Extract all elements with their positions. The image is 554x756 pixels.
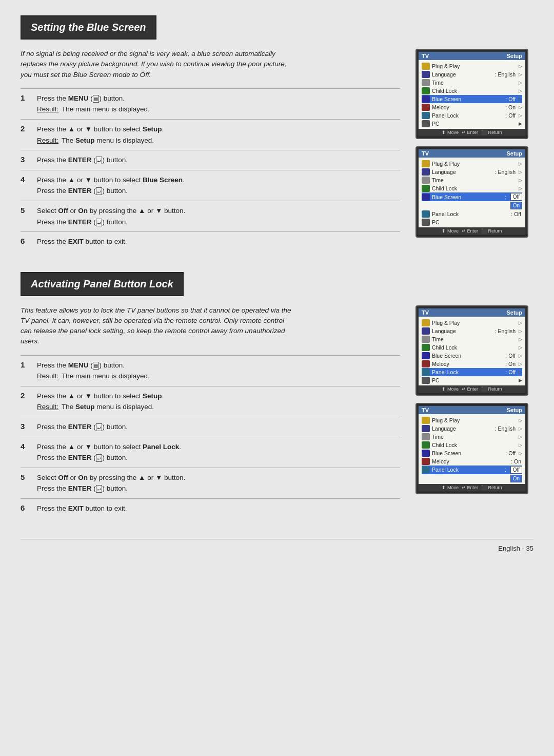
plug-icon <box>422 63 430 70</box>
tv-body-3: Plug & Play ▷ Language : English ▷ Time <box>419 317 525 385</box>
result-text: The main menu is displayed. <box>62 104 150 115</box>
tv-footer-3: ⬆ Move ↵ Enter ⬛ Return <box>419 385 525 393</box>
step-content: Select Off or On by pressing the ▲ or ▼ … <box>37 472 400 494</box>
child-icon4 <box>422 441 430 449</box>
step-number: 2 <box>21 391 30 400</box>
step-number: 4 <box>21 175 30 184</box>
tv-row3-pc: PC ▶ <box>422 376 522 384</box>
result-label: Result: <box>37 104 58 115</box>
tv-screen-1: TV Setup Plug & Play ▷ Language : Englis… <box>416 49 528 139</box>
melody-icon4 <box>422 458 430 465</box>
tv-row2-blue: Blue Screen : Off <box>422 192 522 201</box>
step-number: 1 <box>21 360 30 369</box>
step-number: 3 <box>21 154 30 164</box>
tv-inner-3: TV Setup Plug & Play ▷ Language : Englis… <box>418 308 526 393</box>
footer-return3: ⬛ Return <box>481 386 502 392</box>
section-panel-lock: Activating Panel Button Lock This featur… <box>21 272 533 518</box>
step-number: 6 <box>21 503 30 512</box>
melody-icon3 <box>422 360 430 367</box>
tv-screen-3: TV Setup Plug & Play ▷ Language : Englis… <box>416 305 528 396</box>
footer-move: ⬆ Move <box>442 130 459 135</box>
panel-icon <box>422 112 430 119</box>
tv-row2-melody-option: On <box>422 201 522 210</box>
page-number: English - 35 <box>498 545 533 552</box>
result-text: The Setup menu is displayed. <box>62 135 154 146</box>
melody-icon <box>422 104 430 111</box>
tv-row3-lang: Language : English ▷ <box>422 327 522 335</box>
tv-row-lang: Language : English ▷ <box>422 70 522 79</box>
plug-icon2 <box>422 160 430 167</box>
blue-icon4 <box>422 450 430 457</box>
footer-return2: ⬛ Return <box>481 228 502 234</box>
section2-content: This feature allows you to lock the TV p… <box>21 305 533 518</box>
tv-header-left: TV <box>422 53 429 59</box>
tv-body-4: Plug & Play ▷ Language : English ▷ Time <box>419 414 525 484</box>
step-2-5: 5 Select Off or On by pressing the ▲ or … <box>21 468 400 498</box>
section1-title: Setting the Blue Screen <box>21 15 156 40</box>
panel-icon2 <box>422 210 430 218</box>
time-icon4 <box>422 433 430 440</box>
tv-row4-lang: Language : English ▷ <box>422 424 522 433</box>
step-number: 1 <box>21 93 30 102</box>
section1-content: If no signal is being received or the si… <box>21 49 533 251</box>
tv-body-1: Plug & Play ▷ Language : English ▷ Time <box>419 60 525 129</box>
result-text: The Setup menu is displayed. <box>62 401 154 413</box>
tv-header-left3: TV <box>422 309 429 316</box>
tv-row-child: Child Lock ▷ <box>422 87 522 95</box>
child-icon <box>422 87 430 94</box>
panel-icon4 <box>422 466 430 473</box>
tv-row-melody: Melody : On ▷ <box>422 103 522 111</box>
pc-icon2 <box>422 219 430 226</box>
option-on: On <box>510 202 522 209</box>
step-content: Press the EXIT button to exit. <box>37 236 400 247</box>
step-number: 2 <box>21 124 30 133</box>
tv-row-panel: Panel Lock : Off ▷ <box>422 111 522 120</box>
blue-icon3 <box>422 352 430 359</box>
step-2-4: 4 Press the ▲ or ▼ button to select Pane… <box>21 437 400 468</box>
section2-steps: This feature allows you to lock the TV p… <box>21 305 400 518</box>
tv-footer-4: ⬆ Move ↵ Enter ⬛ Return <box>419 484 525 491</box>
tv-inner-2: TV Setup Plug & Play ▷ Language : Englis… <box>418 149 526 235</box>
tv-header-right3: Setup <box>506 309 522 316</box>
tv-row-blue: Blue Screen : Off ▷ <box>422 95 522 103</box>
result-label: Result: <box>37 135 58 146</box>
child-icon2 <box>422 185 430 192</box>
step-1-5: 5 Select Off or On by pressing the ▲ or … <box>21 201 400 231</box>
tv-row3-melody: Melody : On ▷ <box>422 360 522 368</box>
plug-icon3 <box>422 319 430 326</box>
footer-enter: ↵ Enter <box>462 130 478 135</box>
section2-title: Activating Panel Button Lock <box>21 272 184 296</box>
step-content: Select Off or On by pressing the ▲ or ▼ … <box>37 205 400 227</box>
step-content: Press the MENU (▤) button. Result: The m… <box>37 360 400 382</box>
tv-header-left4: TV <box>422 407 429 413</box>
result-text: The main menu is displayed. <box>62 371 150 382</box>
step-2-6: 6 Press the EXIT button to exit. <box>21 498 400 518</box>
tv-row2-plug: Plug & Play ▷ <box>422 160 522 168</box>
tv-body-2: Plug & Play ▷ Language : English ▷ Time <box>419 158 525 227</box>
step-number: 6 <box>21 236 30 245</box>
footer-move3: ⬆ Move <box>442 386 459 392</box>
step-content: Press the ▲ or ▼ button to select Setup.… <box>37 391 400 413</box>
result-label: Result: <box>37 401 58 413</box>
tv-row3-plug: Plug & Play ▷ <box>422 319 522 327</box>
tv-row3-panel: Panel Lock : Off ▷ <box>422 368 522 376</box>
footer-return: ⬛ Return <box>481 130 502 135</box>
section2-screens: TV Setup Plug & Play ▷ Language : Englis… <box>416 305 533 494</box>
tv-header-3: TV Setup <box>419 308 525 317</box>
step-1-1: 1 Press the MENU (▤) button. Result: The… <box>21 88 400 119</box>
step-number: 3 <box>21 421 30 431</box>
tv-row3-time: Time ▷ <box>422 335 522 343</box>
step-1-2: 2 Press the ▲ or ▼ button to select Setu… <box>21 119 400 150</box>
result-label: Result: <box>37 371 58 382</box>
time-icon3 <box>422 336 430 343</box>
tv-header-2: TV Setup <box>419 149 525 158</box>
tv-row2-time: Time ▷ <box>422 176 522 184</box>
panel-icon3 <box>422 369 430 376</box>
tv-row4-blue: Blue Screen : Off ▷ <box>422 449 522 457</box>
footer-move2: ⬆ Move <box>442 228 459 234</box>
footer-enter3: ↵ Enter <box>462 386 478 392</box>
tv-row3-blue: Blue Screen : Off ▷ <box>422 352 522 360</box>
page-footer: English - 35 <box>21 539 533 552</box>
section1-intro: If no signal is being received or the si… <box>21 49 292 80</box>
lang-icon2 <box>422 168 430 176</box>
